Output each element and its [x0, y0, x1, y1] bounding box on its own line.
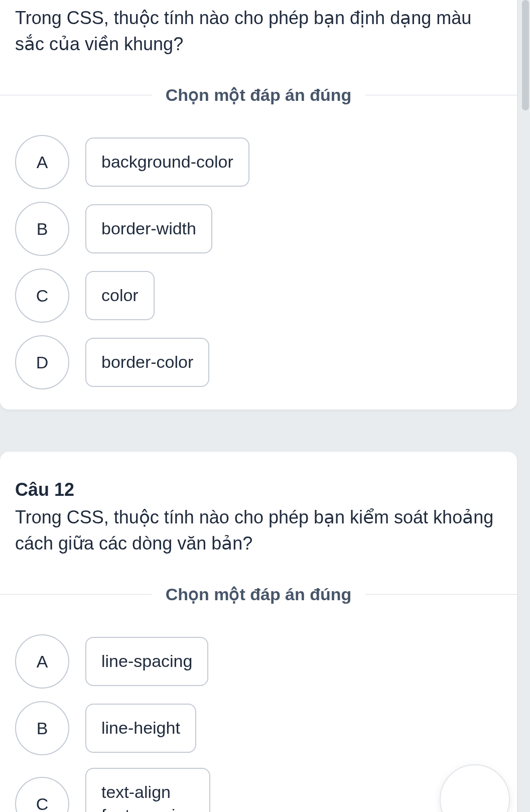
option-box-a[interactable]: line-spacing — [85, 637, 208, 686]
question-text: Trong CSS, thuộc tính nào cho phép bạn k… — [15, 504, 502, 557]
question-text: Trong CSS, thuộc tính nào cho phép bạn đ… — [15, 5, 502, 57]
option-box-b[interactable]: line-height — [85, 704, 196, 753]
option-letter-c[interactable]: C — [15, 777, 69, 812]
scrollbar-track[interactable] — [520, 0, 530, 812]
instruction-divider: Chọn một đáp án đúng — [0, 85, 517, 105]
question-card-11: Câu 11 Trong CSS, thuộc tính nào cho phé… — [0, 0, 517, 410]
divider-line-right — [365, 95, 517, 95]
option-box-c[interactable]: text-align font-spacing — [85, 768, 210, 812]
options-list: A line-spacing B line-height C text-alig… — [0, 634, 517, 812]
options-list: A background-color B border-width C colo… — [0, 135, 517, 389]
instruction-text: Chọn một đáp án đúng — [152, 85, 366, 105]
option-box-b[interactable]: border-width — [85, 204, 212, 253]
question-card-12: Câu 12 Trong CSS, thuộc tính nào cho phé… — [0, 452, 517, 812]
option-letter-c[interactable]: C — [15, 268, 69, 323]
quiz-viewport: Câu 11 Trong CSS, thuộc tính nào cho phé… — [0, 0, 530, 812]
option-letter-b[interactable]: B — [15, 701, 69, 755]
option-row-b: B line-height — [15, 701, 502, 755]
option-letter-d[interactable]: D — [15, 335, 69, 389]
divider-line-left — [0, 594, 152, 595]
option-row-a: A background-color — [15, 135, 502, 189]
divider-line-right — [365, 594, 517, 595]
divider-line-left — [0, 95, 152, 95]
option-box-d[interactable]: border-color — [85, 338, 209, 387]
question-number: Câu 12 — [15, 479, 502, 500]
scrollbar-thumb[interactable] — [522, 0, 529, 110]
instruction-text: Chọn một đáp án đúng — [152, 584, 366, 604]
option-row-c: C color — [15, 268, 502, 323]
option-box-c[interactable]: color — [85, 271, 155, 320]
option-row-d: D border-color — [15, 335, 502, 389]
option-row-b: B border-width — [15, 202, 502, 256]
instruction-divider: Chọn một đáp án đúng — [0, 584, 517, 604]
option-letter-b[interactable]: B — [15, 202, 69, 256]
option-box-a[interactable]: background-color — [85, 138, 249, 187]
option-row-a: A line-spacing — [15, 634, 502, 689]
option-row-c: C text-align font-spacing — [15, 768, 502, 812]
option-letter-a[interactable]: A — [15, 135, 69, 189]
question-number: Câu 11 — [15, 0, 502, 1]
option-letter-a[interactable]: A — [15, 634, 69, 689]
